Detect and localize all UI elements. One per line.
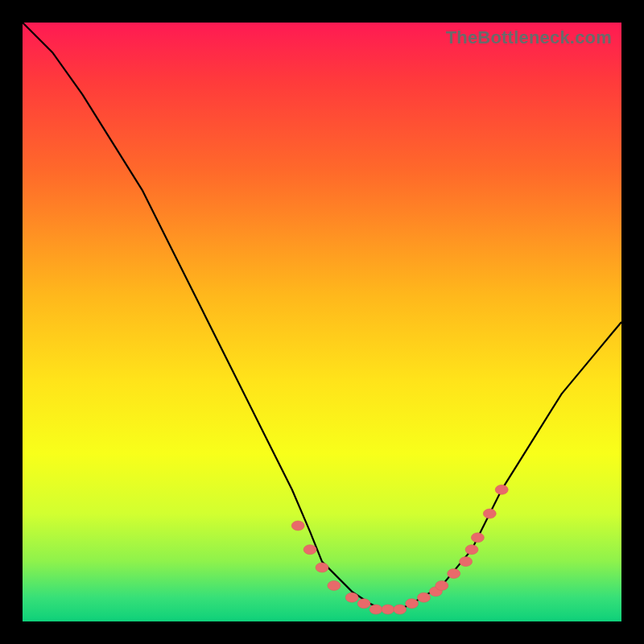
plot-area: TheBottleneck.com	[23, 23, 621, 621]
highlight-dot	[291, 521, 304, 530]
highlight-dot	[357, 599, 370, 609]
highlight-dot	[316, 563, 328, 572]
highlight-dot	[328, 580, 341, 590]
highlight-dot	[303, 545, 316, 555]
highlight-dots	[291, 485, 508, 614]
highlight-dot	[465, 545, 478, 555]
highlight-dot	[448, 569, 460, 579]
highlight-dot	[369, 605, 382, 614]
highlight-dot	[483, 509, 496, 518]
highlight-dot	[436, 580, 448, 590]
highlight-dot	[418, 592, 431, 602]
highlight-dot	[345, 592, 358, 602]
chart-frame: TheBottleneck.com	[0, 0, 644, 644]
highlight-dot	[382, 605, 394, 614]
highlight-dot	[406, 599, 419, 609]
bottleneck-curve	[23, 23, 621, 609]
highlight-dot	[460, 557, 473, 567]
highlight-dot	[394, 605, 407, 614]
curve-svg	[23, 23, 621, 621]
highlight-dot	[471, 533, 484, 543]
highlight-dot	[495, 485, 508, 494]
